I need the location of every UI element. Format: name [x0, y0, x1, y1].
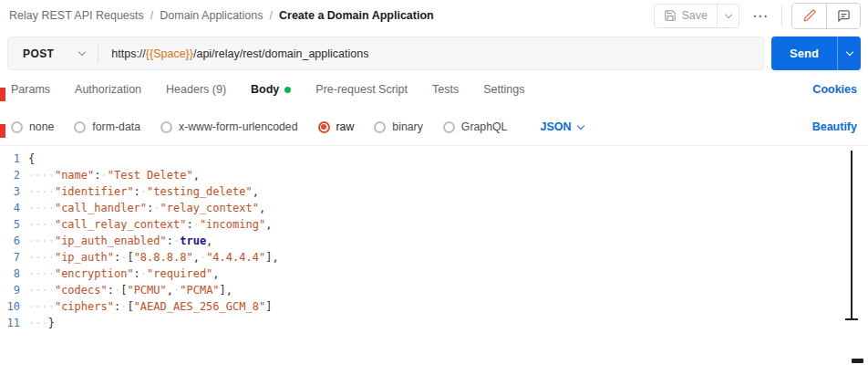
editor-line[interactable]: 9····"codecs":·["PCMU",·"PCMA"],	[0, 282, 868, 298]
line-number: 9	[0, 282, 28, 298]
line-number: 2	[0, 167, 28, 183]
url-prefix: https://	[111, 47, 146, 60]
editor-line[interactable]: 6····"ip_auth_enabled":·true,	[0, 233, 868, 249]
line-code: ····"ip_auth":·["8.8.8.8",·"4.4.4.4"],	[28, 249, 279, 266]
radio-label: none	[29, 120, 54, 133]
radio-icon	[160, 121, 172, 133]
send-dropdown-button[interactable]	[837, 36, 861, 70]
tab-label: Authorization	[75, 83, 141, 96]
radio-raw[interactable]: raw	[318, 120, 355, 133]
send-button[interactable]: Send	[771, 36, 837, 70]
line-number: 1	[0, 151, 28, 167]
format-label: JSON	[540, 120, 571, 133]
line-code: ····"identifier":·"testing_delete",	[28, 183, 259, 200]
radio-icon	[374, 121, 386, 133]
chevron-down-icon	[845, 48, 852, 56]
radio-binary[interactable]: binary	[374, 120, 423, 133]
radio-label: form-data	[92, 120, 140, 133]
editor-line[interactable]: 1{	[0, 151, 868, 167]
editor-line[interactable]: 4····"call_handler":·"relay_context",	[0, 200, 868, 216]
horizontal-scrollbar[interactable]	[852, 359, 863, 363]
line-code: ····"ciphers":·["AEAD_AES_256_GCM_8"]	[28, 298, 272, 315]
editor-line[interactable]: 3····"identifier":·"testing_delete",	[0, 183, 868, 200]
line-number: 3	[0, 183, 28, 200]
editor-line[interactable]: 10····"ciphers":·["AEAD_AES_256_GCM_8"]	[0, 298, 868, 315]
radio-graphql[interactable]: GraphQL	[443, 120, 508, 133]
breadcrumb-separator: /	[150, 9, 153, 22]
edit-docs-button[interactable]	[792, 4, 826, 28]
top-bar: Relay REST API Requests / Domain Applica…	[0, 0, 868, 31]
send-button-group: Send	[771, 36, 861, 70]
tab-label: Params	[11, 83, 50, 96]
breadcrumb-item[interactable]: Domain Applications	[160, 9, 263, 22]
vertical-scrollbar-cap[interactable]	[845, 318, 858, 320]
line-code: {	[28, 151, 35, 167]
editor-line[interactable]: 7····"ip_auth":·["8.8.8.8",·"4.4.4.4"],	[0, 249, 868, 266]
save-button-group: Save	[654, 4, 740, 28]
tab-headers[interactable]: Headers (9)	[166, 83, 226, 96]
line-code: ····"call_handler":·"relay_context",	[28, 200, 265, 216]
tab-params[interactable]: Params	[11, 83, 50, 96]
line-code: ····"codecs":·["PCMU",·"PCMA"],	[28, 282, 232, 298]
tab-label: Tests	[432, 83, 459, 96]
tab-authorization[interactable]: Authorization	[75, 83, 141, 96]
beautify-link[interactable]: Beautify	[812, 120, 857, 133]
radio-icon	[318, 121, 330, 133]
radio-form-data[interactable]: form-data	[74, 120, 140, 133]
save-button[interactable]: Save	[655, 9, 718, 22]
editor-line[interactable]: 11···}	[0, 315, 868, 331]
line-number: 4	[0, 200, 28, 216]
method-select[interactable]: POST	[8, 37, 98, 69]
radio-label: GraphQL	[461, 120, 508, 133]
side-panel-icon-group	[791, 3, 861, 29]
url-variable: {{Space}}	[146, 47, 193, 60]
radio-x-www-form-urlencoded[interactable]: x-www-form-urlencoded	[160, 120, 298, 133]
breadcrumb-item-current: Create a Domain Application	[279, 9, 434, 22]
tab-label: Pre-request Script	[315, 83, 408, 96]
tab-body[interactable]: Body	[251, 83, 291, 96]
line-number: 5	[0, 216, 28, 233]
toolbar-divider	[781, 5, 782, 26]
format-select[interactable]: JSON	[540, 120, 584, 133]
url-path: /api/relay/rest/domain_applications	[193, 47, 368, 60]
line-number: 6	[0, 233, 28, 249]
request-bar: POST https://{{Space}}/api/relay/rest/do…	[7, 36, 861, 70]
request-url-box: POST https://{{Space}}/api/relay/rest/do…	[7, 36, 764, 70]
editor-line[interactable]: 2····"name":·"Test Delete",	[0, 167, 868, 183]
url-input[interactable]: https://{{Space}}/api/relay/rest/domain_…	[98, 47, 368, 60]
save-icon	[664, 9, 677, 22]
comments-button[interactable]	[826, 4, 860, 28]
radio-icon	[443, 121, 455, 133]
line-code: ···}	[28, 315, 55, 331]
radio-label: raw	[336, 120, 355, 133]
save-dropdown-button[interactable]	[717, 5, 739, 27]
method-label: POST	[23, 47, 54, 60]
line-code: ····"call_relay_context":·"incoming",	[28, 216, 272, 233]
line-code: ····"ip_auth_enabled":·true,	[28, 233, 212, 249]
tab-label: Headers (9)	[166, 83, 226, 96]
radio-none[interactable]: none	[11, 120, 54, 133]
vertical-scrollbar[interactable]	[851, 151, 852, 318]
tab-pre-request-script[interactable]: Pre-request Script	[315, 83, 408, 96]
toolbar-actions: Save ⋯	[654, 3, 862, 29]
line-number: 8	[0, 266, 28, 282]
breadcrumb-item[interactable]: Relay REST API Requests	[9, 9, 144, 22]
radio-icon	[74, 121, 86, 133]
tab-settings[interactable]: Settings	[483, 83, 524, 96]
breadcrumb: Relay REST API Requests / Domain Applica…	[9, 9, 434, 22]
body-editor[interactable]: 1{2····"name":·"Test Delete",3····"ident…	[0, 145, 868, 375]
tab-tests[interactable]: Tests	[432, 83, 459, 96]
body-type-bar: none form-data x-www-form-urlencoded raw…	[0, 109, 868, 145]
editor-line[interactable]: 8····"encryption":·"required",	[0, 266, 868, 282]
edge-marker	[0, 88, 5, 101]
chevron-down-icon	[78, 48, 86, 56]
radio-label: x-www-form-urlencoded	[179, 120, 298, 133]
save-label: Save	[682, 9, 708, 22]
radio-label: binary	[392, 120, 423, 133]
cookies-link[interactable]: Cookies	[812, 83, 857, 96]
editor-line[interactable]: 5····"call_relay_context":·"incoming",	[0, 216, 868, 233]
request-tabs: Params Authorization Headers (9) Body Pr…	[0, 70, 868, 109]
send-label: Send	[790, 47, 819, 60]
more-options-button[interactable]: ⋯	[749, 4, 772, 27]
tab-label: Body	[251, 83, 279, 96]
